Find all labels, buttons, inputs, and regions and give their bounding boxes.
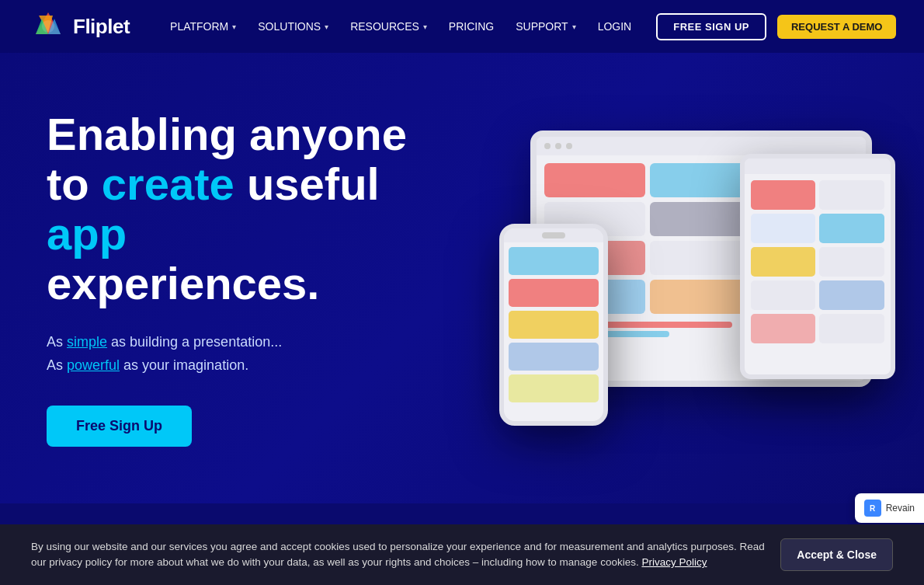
- phone-card: [509, 374, 599, 402]
- powerful-link[interactable]: powerful: [67, 357, 120, 373]
- cookie-accept-button[interactable]: Accept & Close: [780, 538, 893, 571]
- t2-card: [751, 214, 816, 243]
- hero-heading: Enabling anyone to create useful app exp…: [47, 110, 462, 308]
- tablet2-top-bar: [745, 158, 891, 174]
- nav-free-signup-button[interactable]: FREE SIGN UP: [656, 13, 766, 40]
- nav-item-solutions[interactable]: SOLUTIONS ▾: [258, 20, 328, 33]
- t2-card: [751, 314, 816, 343]
- hero-devices: [462, 131, 877, 426]
- nav-item-resources[interactable]: RESOURCES ▾: [350, 20, 427, 33]
- tablet2-row: [751, 247, 884, 277]
- phone-notch: [542, 232, 565, 239]
- nav-right-actions: FREE SIGN UP REQUEST A DEMO: [656, 13, 896, 40]
- nav-item-support[interactable]: SUPPORT ▾: [516, 20, 575, 33]
- app-card: [650, 202, 752, 236]
- privacy-policy-link[interactable]: Privacy Policy: [641, 556, 707, 568]
- tab-indicator: [544, 143, 551, 149]
- nav-item-pricing[interactable]: PRICING: [449, 20, 494, 33]
- tab-indicator: [566, 143, 572, 149]
- nav-request-demo-button[interactable]: REQUEST A DEMO: [777, 15, 897, 39]
- phone-mockup: [499, 224, 608, 426]
- navbar: Fliplet PLATFORM ▾ SOLUTIONS ▾ RESOURCES…: [0, 0, 924, 53]
- brand-name: Fliplet: [73, 15, 130, 39]
- device-mockup-container: [468, 131, 872, 426]
- tablet2-row: [751, 280, 884, 310]
- t2-card: [751, 180, 816, 210]
- t2-card: [751, 280, 816, 310]
- hero-subtext: As simple as building a presentation... …: [47, 330, 462, 378]
- tablet2-row: [751, 214, 884, 243]
- revain-widget[interactable]: R Revain: [855, 493, 924, 523]
- hero-section: Enabling anyone to create useful app exp…: [0, 53, 924, 503]
- svg-point-4: [42, 20, 54, 33]
- t2-card: [751, 247, 816, 277]
- logo[interactable]: Fliplet: [31, 9, 130, 44]
- nav-item-platform[interactable]: PLATFORM ▾: [170, 20, 236, 33]
- cookie-text: By using our website and our services yo…: [31, 539, 765, 571]
- phone-card: [509, 279, 599, 307]
- phone-card: [509, 247, 599, 275]
- tab-indicator: [555, 143, 561, 149]
- phone-top-bar: [504, 228, 603, 242]
- chevron-down-icon: ▾: [423, 23, 427, 31]
- second-tablet-mockup: [740, 154, 895, 379]
- app-card: [544, 163, 646, 197]
- phone-content: [504, 242, 603, 407]
- hero-free-signup-button[interactable]: Free Sign Up: [47, 406, 192, 447]
- chevron-down-icon: ▾: [232, 23, 236, 31]
- t2-card: [819, 247, 884, 277]
- revain-logo-icon: R: [864, 500, 881, 517]
- t2-card: [819, 314, 884, 343]
- nav-item-login[interactable]: LOGIN: [598, 20, 632, 33]
- revain-label: Revain: [886, 503, 915, 514]
- phone-card: [509, 343, 599, 371]
- app-card: [650, 280, 752, 314]
- phone-card: [509, 311, 599, 339]
- cookie-banner: By using our website and our services yo…: [0, 524, 924, 585]
- t2-card: [819, 280, 884, 310]
- chevron-down-icon: ▾: [325, 23, 328, 31]
- app-card: [650, 163, 752, 197]
- tablet2-row: [751, 314, 884, 343]
- t2-card: [819, 180, 884, 210]
- fliplet-logo-icon: [31, 9, 65, 44]
- app-card: [650, 241, 752, 275]
- tablet2-content: [745, 174, 891, 350]
- nav-links: PLATFORM ▾ SOLUTIONS ▾ RESOURCES ▾ PRICI…: [170, 20, 631, 33]
- tablet2-row: [751, 180, 884, 210]
- t2-card: [819, 214, 884, 243]
- tablet-top-bar: [537, 137, 866, 155]
- simple-link[interactable]: simple: [67, 334, 107, 350]
- hero-text: Enabling anyone to create useful app exp…: [47, 110, 462, 446]
- chevron-down-icon: ▾: [572, 23, 576, 31]
